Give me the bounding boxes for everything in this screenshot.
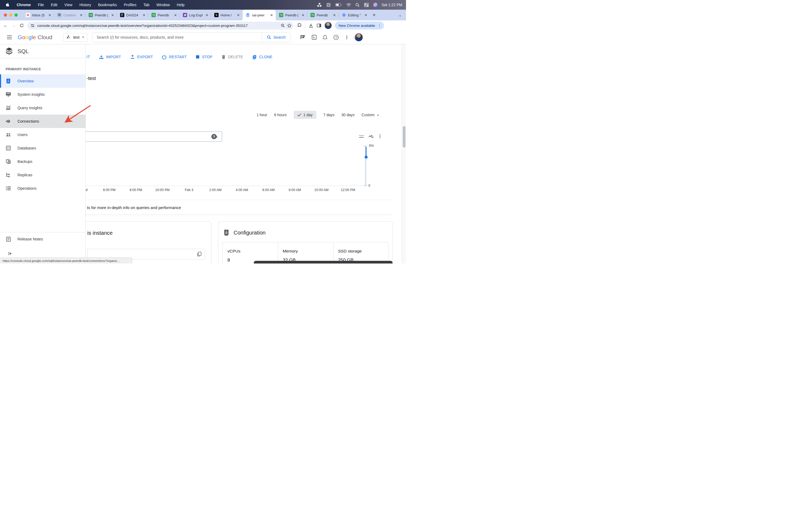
- clone-button[interactable]: CLONE: [252, 55, 272, 59]
- range-6-hours[interactable]: 6 hours: [274, 113, 287, 117]
- cloud-shell-icon[interactable]: [311, 35, 317, 40]
- close-tab-icon[interactable]: ✕: [236, 13, 240, 17]
- sidebar-item-operations[interactable]: Operations: [0, 182, 85, 195]
- range-7-days[interactable]: 7 days: [323, 113, 334, 117]
- sidebar-item-query-insights[interactable]: Query insights: [0, 101, 85, 115]
- sidebar-item-release-notes[interactable]: Release Notes: [0, 232, 85, 246]
- apple-logo-icon[interactable]: [6, 3, 10, 7]
- tab-search-chevron-icon[interactable]: ⌄: [397, 12, 403, 18]
- range-1-hour[interactable]: 1 hour: [257, 113, 267, 117]
- menubar-app-icon[interactable]: [326, 3, 331, 7]
- extensions-icon[interactable]: [297, 23, 302, 28]
- close-tab-icon[interactable]: ✕: [79, 13, 83, 17]
- close-tab-icon[interactable]: ✕: [142, 13, 146, 17]
- project-picker[interactable]: test ▼: [63, 33, 88, 42]
- close-tab-icon[interactable]: ✕: [301, 13, 305, 17]
- tab-sai-peerdb-active[interactable]: sai-peer ✕: [243, 10, 276, 20]
- edit-button[interactable]: IT: [86, 55, 90, 59]
- chart-more-options-icon[interactable]: ⋮: [378, 134, 382, 139]
- tab-peerdb-4[interactable]: Peerdb ✕: [307, 10, 338, 20]
- menu-bookmarks[interactable]: Bookmarks: [95, 3, 120, 7]
- menubar-clock[interactable]: Sat 1:22 PM: [381, 3, 402, 7]
- range-30-days[interactable]: 30 days: [341, 113, 354, 117]
- downloads-icon[interactable]: [308, 23, 313, 28]
- tab-editing[interactable]: Editing " ✕: [338, 10, 370, 20]
- close-tab-icon[interactable]: ✕: [364, 13, 368, 17]
- site-settings-icon[interactable]: [31, 24, 35, 28]
- sidebar-item-overview[interactable]: Overview: [0, 74, 85, 88]
- export-button[interactable]: EXPORT: [130, 55, 153, 59]
- close-tab-icon[interactable]: ✕: [205, 13, 209, 17]
- notifications-bell-icon[interactable]: [322, 35, 328, 40]
- more-options-icon[interactable]: ⋮: [345, 35, 349, 40]
- range-custom[interactable]: Custom ▼: [361, 113, 379, 117]
- sidebar-item-users[interactable]: Users: [0, 128, 85, 141]
- url-text[interactable]: console.cloud.google.com/sql/instances/s…: [37, 24, 279, 28]
- control-center-icon[interactable]: [364, 3, 369, 7]
- gcloud-search-button[interactable]: Search: [262, 32, 291, 42]
- menu-history[interactable]: History: [76, 3, 95, 7]
- chart-data-point[interactable]: [365, 156, 367, 159]
- forward-button[interactable]: →: [10, 21, 18, 30]
- metric-dropdown[interactable]: ▼: [81, 132, 222, 142]
- restart-button[interactable]: RESTART: [162, 55, 187, 59]
- close-tab-icon[interactable]: ✕: [173, 13, 177, 17]
- close-tab-icon[interactable]: ✕: [270, 13, 274, 17]
- menu-edit[interactable]: Edit: [47, 3, 61, 7]
- chart-legend-toggle-icon[interactable]: [359, 134, 364, 138]
- tab-inbox[interactable]: M Inbox (5 ✕: [23, 10, 54, 20]
- back-button[interactable]: ←: [2, 21, 10, 30]
- chrome-menu-icon[interactable]: ⋮: [378, 24, 381, 28]
- sidebar-item-databases[interactable]: Databases: [0, 141, 85, 155]
- feedback-icon[interactable]: [300, 35, 306, 40]
- stats-blocks-icon[interactable]: [317, 3, 322, 7]
- menu-help[interactable]: Help: [173, 3, 188, 7]
- menu-window[interactable]: Window: [153, 3, 173, 7]
- page-scrollbar[interactable]: [402, 44, 406, 264]
- bookmark-star-icon[interactable]: [287, 23, 292, 28]
- gcloud-search-input[interactable]: [92, 35, 262, 40]
- wifi-icon[interactable]: [346, 3, 351, 7]
- tab-conference[interactable]: Confere ✕: [54, 10, 85, 20]
- close-window-button[interactable]: [4, 13, 7, 17]
- metric-help-icon[interactable]: ?: [211, 134, 217, 139]
- sidebar-item-connections[interactable]: Connections: [0, 115, 85, 128]
- sidebar-item-replicas[interactable]: Replicas: [0, 168, 85, 182]
- menu-profiles[interactable]: Profiles: [120, 3, 140, 7]
- maximize-window-button[interactable]: [14, 13, 18, 17]
- menu-chrome[interactable]: Chrome: [13, 3, 34, 7]
- google-cloud-logo[interactable]: Google Cloud: [18, 34, 52, 41]
- tab-peerdb-1[interactable]: Peerdb ( ✕: [85, 10, 117, 20]
- tab-peerdb-2[interactable]: Peerdb ✕: [148, 10, 180, 20]
- new-tab-button[interactable]: +: [370, 10, 378, 20]
- import-button[interactable]: IMPORT: [99, 55, 121, 59]
- sidebar-item-system-insights[interactable]: System insights: [0, 88, 85, 101]
- reload-button[interactable]: [18, 21, 26, 30]
- menu-file[interactable]: File: [34, 3, 47, 7]
- omnibox[interactable]: console.cloud.google.com/sql/instances/s…: [27, 22, 293, 30]
- delete-button[interactable]: DELETE: [221, 55, 243, 59]
- copy-icon[interactable]: [197, 252, 201, 257]
- tab-x-home[interactable]: 𝕏 Home / ✕: [211, 10, 243, 20]
- close-tab-icon[interactable]: ✕: [332, 13, 336, 17]
- tab-peerdb-3[interactable]: Peerdb ( ✕: [276, 10, 307, 20]
- stop-button[interactable]: STOP: [196, 55, 213, 59]
- collapse-sidebar-icon[interactable]: [8, 252, 12, 256]
- menu-tab[interactable]: Tab: [140, 3, 153, 7]
- spotlight-search-icon[interactable]: [356, 3, 360, 7]
- new-chrome-available-button[interactable]: New Chrome available ⋮: [335, 21, 384, 30]
- chart-explore-icon[interactable]: [368, 134, 374, 138]
- minimize-window-button[interactable]: [9, 13, 12, 17]
- zoom-icon[interactable]: [281, 24, 285, 28]
- scrollbar-thumb[interactable]: [403, 126, 405, 148]
- close-tab-icon[interactable]: ✕: [111, 13, 115, 17]
- menu-view[interactable]: View: [61, 3, 76, 7]
- battery-icon[interactable]: [335, 3, 342, 6]
- help-icon[interactable]: ?: [333, 35, 339, 40]
- siri-icon[interactable]: [373, 3, 378, 7]
- chrome-profile-avatar[interactable]: [325, 22, 332, 29]
- range-1-day-selected[interactable]: 1 day: [294, 111, 316, 119]
- account-avatar[interactable]: [355, 33, 363, 41]
- tab-log-explorer[interactable]: Log Expl ✕: [180, 10, 211, 20]
- sidebar-item-backups[interactable]: Backups: [0, 155, 85, 168]
